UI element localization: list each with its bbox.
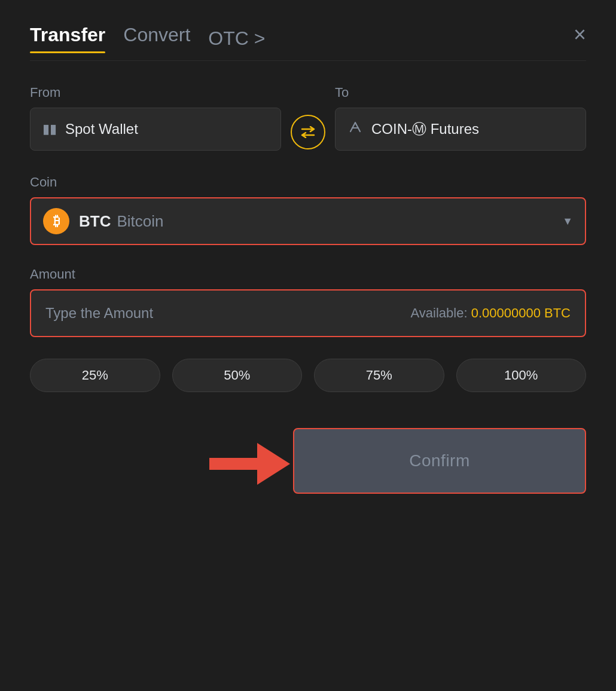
- coin-section: Coin ₿ BTC Bitcoin ▼: [30, 175, 586, 245]
- from-group: From ▮▮ Spot Wallet: [30, 85, 281, 151]
- modal-header: Transfer Convert OTC >: [30, 24, 586, 53]
- pct-100-button[interactable]: 100%: [456, 359, 587, 392]
- pct-75-button[interactable]: 75%: [314, 359, 444, 392]
- btc-symbol: ₿: [53, 213, 60, 229]
- pct-25-button[interactable]: 25%: [30, 359, 160, 392]
- red-arrow-icon: [197, 425, 293, 503]
- amount-label: Amount: [30, 267, 586, 282]
- confirm-area: Confirm: [30, 428, 586, 494]
- to-wallet-name: COIN-Ⓜ Futures: [371, 120, 479, 139]
- amount-input[interactable]: [45, 305, 411, 322]
- dropdown-arrow-icon: ▼: [562, 215, 573, 228]
- coin-dropdown[interactable]: ₿ BTC Bitcoin ▼: [30, 197, 586, 245]
- futures-arrow-icon: [347, 120, 363, 135]
- available-text: Available: 0.00000000 BTC: [411, 305, 571, 321]
- available-value: 0.00000000 BTC: [471, 305, 571, 320]
- btc-icon: ₿: [43, 208, 69, 234]
- percentage-buttons: 25% 50% 75% 100%: [30, 359, 586, 392]
- to-group: To COIN-Ⓜ Futures: [335, 85, 586, 151]
- futures-icon: [347, 120, 363, 139]
- amount-section: Amount Available: 0.00000000 BTC: [30, 267, 586, 337]
- amount-box: Available: 0.00000000 BTC: [30, 289, 586, 337]
- from-label: From: [30, 85, 281, 100]
- wallet-card-icon: ▮▮: [42, 121, 57, 137]
- to-wallet-box[interactable]: COIN-Ⓜ Futures: [335, 108, 586, 151]
- svg-marker-0: [209, 443, 290, 485]
- swap-wrapper: [281, 115, 335, 151]
- confirm-button[interactable]: Confirm: [293, 428, 586, 494]
- transfer-modal: Transfer Convert OTC > × From ▮▮ Spot Wa…: [0, 0, 616, 691]
- from-wallet-box[interactable]: ▮▮ Spot Wallet: [30, 108, 281, 151]
- coin-ticker: BTC: [79, 212, 111, 231]
- swap-button[interactable]: [291, 115, 325, 149]
- tab-transfer[interactable]: Transfer: [30, 24, 105, 53]
- from-to-section: From ▮▮ Spot Wallet To: [30, 85, 586, 151]
- tab-convert[interactable]: Convert: [123, 24, 190, 53]
- coin-label: Coin: [30, 175, 586, 190]
- tab-otc[interactable]: OTC >: [208, 27, 265, 50]
- pct-50-button[interactable]: 50%: [172, 359, 303, 392]
- close-button[interactable]: ×: [574, 24, 586, 45]
- from-wallet-name: Spot Wallet: [65, 121, 138, 137]
- swap-icon: [300, 126, 316, 138]
- to-label: To: [335, 85, 586, 100]
- coin-name: Bitcoin: [117, 212, 163, 231]
- header-divider: [30, 60, 586, 61]
